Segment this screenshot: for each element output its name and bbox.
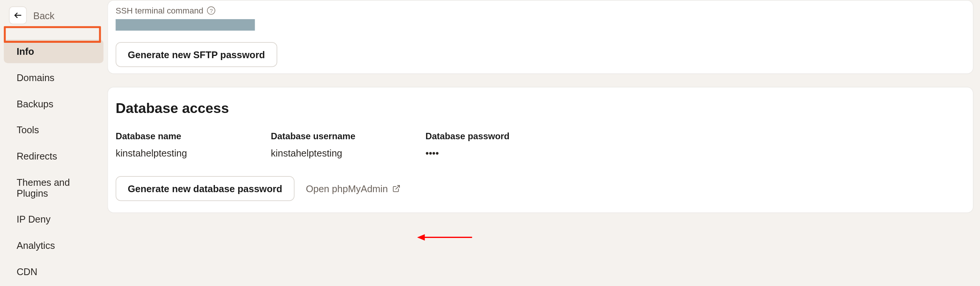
help-icon[interactable]: ?: [207, 6, 215, 15]
database-name-value[interactable]: kinstahelptesting: [116, 147, 271, 158]
back-label: Back: [33, 10, 54, 21]
database-username-label: Database username: [271, 131, 425, 141]
sidebar-item-tools[interactable]: Tools: [4, 118, 103, 142]
back-button[interactable]: [9, 6, 27, 24]
generate-db-password-button[interactable]: Generate new database password: [116, 176, 294, 201]
svg-line-1: [396, 185, 399, 189]
sidebar-item-analytics[interactable]: Analytics: [4, 234, 103, 257]
database-password-value[interactable]: ••••: [425, 147, 579, 158]
main-content: SSH terminal command ? Generate new SFTP…: [107, 0, 980, 286]
sidebar-item-ip-deny[interactable]: IP Deny: [4, 207, 103, 231]
generate-sftp-password-button[interactable]: Generate new SFTP password: [116, 42, 277, 67]
database-access-card: Database access Database name kinstahelp…: [107, 87, 974, 213]
sidebar-item-themes-plugins[interactable]: Themes and Plugins: [4, 171, 103, 205]
sftp-card: SSH terminal command ? Generate new SFTP…: [107, 0, 974, 74]
sidebar-nav: Info Domains Backups Tools Redirects The…: [0, 38, 107, 284]
external-link-icon: [392, 184, 401, 193]
open-phpmyadmin-link[interactable]: Open phpMyAdmin: [306, 183, 401, 194]
annotation-arrow: [416, 231, 474, 243]
sidebar-item-cdn[interactable]: CDN: [4, 260, 103, 283]
open-phpmyadmin-label: Open phpMyAdmin: [306, 183, 388, 194]
sidebar-item-info[interactable]: Info: [4, 40, 103, 63]
database-password-label: Database password: [425, 131, 579, 141]
sidebar-item-domains[interactable]: Domains: [4, 66, 103, 89]
sidebar-item-backups[interactable]: Backups: [4, 92, 103, 115]
database-access-title: Database access: [116, 100, 965, 117]
arrow-left-icon: [14, 11, 22, 20]
database-name-label: Database name: [116, 131, 271, 141]
svg-marker-3: [417, 234, 425, 240]
sidebar-item-redirects[interactable]: Redirects: [4, 144, 103, 168]
database-username-value[interactable]: kinstahelptesting: [271, 147, 425, 158]
ssh-command-value-redacted[interactable]: [116, 19, 255, 31]
ssh-command-label: SSH terminal command: [116, 6, 203, 16]
sidebar: Back Info Domains Backups Tools Redirect…: [0, 0, 107, 286]
